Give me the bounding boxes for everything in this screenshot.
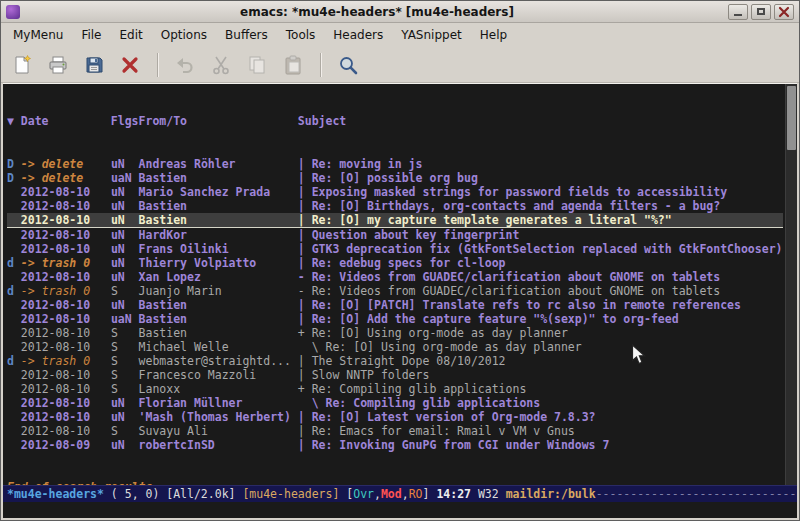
flags-cell: uN (111, 199, 139, 213)
undo-icon (174, 54, 196, 76)
end-of-results-marker: End of search results (7, 480, 783, 485)
mark-cell (7, 213, 21, 227)
menubar: MyMenuFileEditOptionsBuffersToolsHeaders… (1, 23, 799, 47)
flags-cell: S (111, 354, 139, 368)
menu-item-options[interactable]: Options (152, 25, 216, 45)
message-row[interactable]: 2012-08-10 S Bastien + Re: [O] Using org… (7, 326, 783, 340)
message-row[interactable]: 2012-08-10 uN Florian Müllner \ Re: Comp… (7, 396, 783, 410)
message-list: D -> delete uN Andreas Röhler | Re: movi… (7, 157, 783, 452)
message-row[interactable]: D -> delete uN Andreas Röhler | Re: movi… (7, 157, 783, 171)
menu-item-tools[interactable]: Tools (277, 25, 325, 45)
from-cell: Florian Müllner (139, 396, 298, 410)
menu-item-headers[interactable]: Headers (324, 25, 392, 45)
copy-icon (246, 54, 268, 76)
modeline-segment: RO (409, 487, 423, 501)
close-buffer-button[interactable] (116, 51, 144, 79)
subject-cell: - Re: Videos from GUADEC/clarification a… (298, 284, 720, 298)
message-row[interactable]: 2012-08-10 uaN Bastien | Re: [O] Add the… (7, 312, 783, 326)
subject-cell: + Re: Compiling glib applications (298, 382, 526, 396)
new-file-icon (11, 54, 33, 76)
toolbar-separator (157, 53, 158, 77)
date-cell: 2012-08-10 (21, 213, 111, 227)
from-cell: Thierry Volpiatto (139, 256, 298, 270)
mark-cell (7, 228, 21, 242)
subject-cell: | Re: moving in js (298, 157, 423, 171)
echo-area[interactable] (3, 502, 797, 518)
date-cell: 2012-08-10 (21, 410, 111, 424)
subject-cell: \ Re: Compiling glib applications (298, 396, 540, 410)
from-cell: HardKor (139, 228, 298, 242)
message-row[interactable]: 2012-08-10 S Lanoxx + Re: Compiling glib… (7, 382, 783, 396)
date-cell: 2012-08-10 (21, 382, 111, 396)
message-row[interactable]: d -> trash 0 S webmaster@straightd... | … (7, 354, 783, 368)
message-row[interactable]: 2012-08-10 uN Mario Sanchez Prada | Expo… (7, 185, 783, 199)
mark-cell: D (7, 157, 21, 171)
menu-item-file[interactable]: File (72, 25, 110, 45)
menu-item-buffers[interactable]: Buffers (216, 25, 277, 45)
new-file-button[interactable] (8, 51, 36, 79)
subject-cell: - Re: Videos from GUADEC/clarification a… (298, 270, 720, 284)
menu-item-help[interactable]: Help (471, 25, 516, 45)
date-cell: -> trash 0 (21, 354, 111, 368)
from-cell: 'Mash (Thomas Herbert) (139, 410, 298, 424)
close-button[interactable] (774, 4, 794, 20)
subject-cell: + Re: [O] Using org-mode as day planner (298, 326, 568, 340)
flags-cell: S (111, 424, 139, 438)
modeline-segment: 14:27 (436, 487, 471, 501)
modeline-segment: W32 (471, 487, 506, 501)
modeline-segment: [mu4e-headers] (242, 487, 339, 501)
message-row[interactable]: D -> delete uaN Bastien | Re: [O] possib… (7, 171, 783, 185)
print-button[interactable] (44, 51, 72, 79)
from-cell: robertcInSD (139, 438, 298, 452)
modeline-segment: Ovr (353, 487, 374, 501)
message-row[interactable]: 2012-08-10 uN Bastien | Re: [O] Birthday… (7, 199, 783, 213)
paste-icon (282, 54, 304, 76)
message-row[interactable]: 2012-08-10 S Francesco Mazzoli | Slow NN… (7, 368, 783, 382)
date-cell: -> trash 0 (21, 256, 111, 270)
subject-cell: | Re: [O] Birthdays, org-contacts and ag… (298, 199, 720, 213)
close-buffer-icon (119, 54, 141, 76)
maximize-button[interactable] (751, 4, 771, 20)
scrollbar[interactable] (785, 84, 797, 485)
modeline-segment: ] (423, 487, 437, 501)
message-row[interactable]: 2012-08-10 S Michael Welle \ Re: [O] Usi… (7, 340, 783, 354)
minimize-button[interactable] (728, 4, 748, 20)
mark-cell (7, 185, 21, 199)
subject-cell: | Re: Emacs for email: Rmail v VM v Gnus (298, 424, 575, 438)
message-row[interactable]: d -> trash 0 S Juanjo Marin - Re: Videos… (7, 284, 783, 298)
close-icon (778, 6, 790, 18)
menu-item-edit[interactable]: Edit (111, 25, 152, 45)
message-row[interactable]: 2012-08-10 uN HardKor | Question about k… (7, 228, 783, 242)
flags-cell: uN (111, 157, 139, 171)
mark-cell: d (7, 256, 21, 270)
from-cell: Bastien (139, 171, 298, 185)
message-row[interactable]: 2012-08-10 S Suvayu Ali | Re: Emacs for … (7, 424, 783, 438)
copy-button (243, 51, 271, 79)
from-cell: Francesco Mazzoli (139, 368, 298, 382)
flags-cell: S (111, 284, 139, 298)
menu-item-yasnippet[interactable]: YASnippet (392, 25, 471, 45)
message-row[interactable]: 2012-08-10 uN Xan Lopez - Re: Videos fro… (7, 270, 783, 284)
date-cell: 2012-08-10 (21, 228, 111, 242)
scrollbar-thumb[interactable] (787, 86, 796, 150)
save-button[interactable] (80, 51, 108, 79)
message-row[interactable]: d -> trash 0 uN Thierry Volpiatto | Re: … (7, 256, 783, 270)
subject-cell: | Exposing masked strings for password f… (298, 185, 727, 199)
flags-cell: S (111, 340, 139, 354)
titlebar: emacs: *mu4e-headers* [mu4e-headers] (1, 1, 799, 23)
message-row[interactable]: 2012-08-10 uN Frans Oilinki | GTK3 depre… (7, 242, 783, 256)
message-row[interactable]: 2012-08-10 uN Bastien | Re: [O] [PATCH] … (7, 298, 783, 312)
mu4e-headers-buffer[interactable]: ▼ Date FlgsFrom/To Subject D -> delete u… (3, 84, 797, 485)
mark-cell (7, 326, 21, 340)
message-row[interactable]: 2012-08-10 uN Bastien | Re: [O] my captu… (7, 213, 783, 228)
message-row[interactable]: 2012-08-09 uN robertcInSD | Re: Invoking… (7, 438, 783, 452)
mark-cell (7, 410, 21, 424)
menu-item-mymenu[interactable]: MyMenu (4, 25, 72, 45)
search-button[interactable] (334, 51, 362, 79)
subject-cell: | Slow NNTP folders (298, 368, 430, 382)
from-cell: Bastien (139, 213, 298, 227)
message-row[interactable]: 2012-08-10 uN 'Mash (Thomas Herbert) | R… (7, 410, 783, 424)
mark-cell (7, 270, 21, 284)
from-cell: Bastien (139, 298, 298, 312)
modeline: *mu4e-headers* ( 5, 0) [All/2.0k] [mu4e-… (3, 485, 797, 502)
